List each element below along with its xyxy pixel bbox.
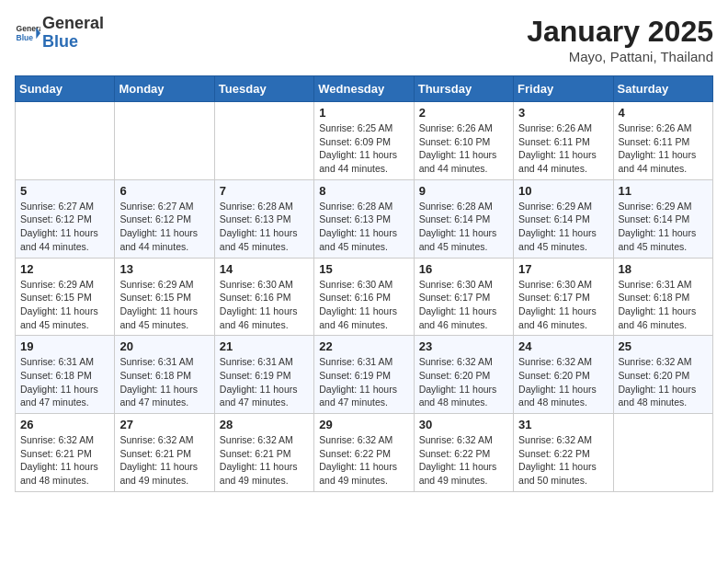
day-of-week-header: Saturday bbox=[613, 76, 712, 102]
logo: General Blue General Blue bbox=[15, 15, 104, 52]
day-of-week-header: Tuesday bbox=[214, 76, 313, 102]
calendar-cell: 16Sunrise: 6:30 AM Sunset: 6:17 PM Dayli… bbox=[414, 258, 513, 336]
day-number: 12 bbox=[20, 262, 109, 276]
calendar-cell: 19Sunrise: 6:31 AM Sunset: 6:18 PM Dayli… bbox=[16, 336, 115, 414]
calendar-cell: 6Sunrise: 6:27 AM Sunset: 6:12 PM Daylig… bbox=[115, 179, 214, 258]
day-of-week-header: Sunday bbox=[16, 76, 115, 102]
day-info: Sunrise: 6:31 AM Sunset: 6:19 PM Dayligh… bbox=[319, 355, 408, 409]
calendar-table: SundayMondayTuesdayWednesdayThursdayFrid… bbox=[15, 75, 713, 492]
calendar-cell: 11Sunrise: 6:29 AM Sunset: 6:14 PM Dayli… bbox=[613, 179, 712, 258]
calendar-cell: 7Sunrise: 6:28 AM Sunset: 6:13 PM Daylig… bbox=[214, 179, 313, 258]
day-info: Sunrise: 6:29 AM Sunset: 6:14 PM Dayligh… bbox=[619, 200, 708, 254]
calendar-cell: 20Sunrise: 6:31 AM Sunset: 6:18 PM Dayli… bbox=[115, 336, 214, 414]
day-info: Sunrise: 6:31 AM Sunset: 6:19 PM Dayligh… bbox=[220, 355, 309, 409]
logo-text: General Blue bbox=[42, 15, 104, 52]
calendar-cell: 17Sunrise: 6:30 AM Sunset: 6:17 PM Dayli… bbox=[514, 258, 613, 336]
title-block: January 2025 Mayo, Pattani, Thailand bbox=[527, 15, 713, 64]
calendar-cell: 8Sunrise: 6:28 AM Sunset: 6:13 PM Daylig… bbox=[314, 179, 414, 258]
day-info: Sunrise: 6:30 AM Sunset: 6:16 PM Dayligh… bbox=[220, 278, 309, 332]
page-header: General Blue General Blue January 2025 M… bbox=[15, 15, 713, 64]
location: Mayo, Pattani, Thailand bbox=[527, 49, 713, 64]
day-info: Sunrise: 6:32 AM Sunset: 6:20 PM Dayligh… bbox=[619, 355, 708, 409]
day-number: 3 bbox=[518, 106, 608, 120]
day-info: Sunrise: 6:30 AM Sunset: 6:17 PM Dayligh… bbox=[518, 278, 608, 332]
day-info: Sunrise: 6:31 AM Sunset: 6:18 PM Dayligh… bbox=[20, 355, 109, 409]
day-info: Sunrise: 6:32 AM Sunset: 6:21 PM Dayligh… bbox=[119, 433, 209, 488]
calendar-cell: 29Sunrise: 6:32 AM Sunset: 6:22 PM Dayli… bbox=[314, 414, 414, 492]
calendar-cell: 25Sunrise: 6:32 AM Sunset: 6:20 PM Dayli… bbox=[613, 336, 712, 414]
day-info: Sunrise: 6:26 AM Sunset: 6:11 PM Dayligh… bbox=[518, 121, 608, 176]
calendar-week-row: 12Sunrise: 6:29 AM Sunset: 6:15 PM Dayli… bbox=[16, 258, 713, 336]
day-number: 17 bbox=[518, 262, 608, 276]
day-info: Sunrise: 6:32 AM Sunset: 6:22 PM Dayligh… bbox=[518, 433, 608, 488]
calendar-cell: 4Sunrise: 6:26 AM Sunset: 6:11 PM Daylig… bbox=[613, 102, 712, 180]
calendar-week-row: 1Sunrise: 6:25 AM Sunset: 6:09 PM Daylig… bbox=[16, 102, 713, 180]
calendar-week-row: 19Sunrise: 6:31 AM Sunset: 6:18 PM Dayli… bbox=[16, 336, 713, 414]
calendar-cell bbox=[613, 414, 712, 492]
calendar-header-row: SundayMondayTuesdayWednesdayThursdayFrid… bbox=[16, 76, 713, 102]
day-number: 10 bbox=[518, 184, 608, 198]
calendar-cell: 12Sunrise: 6:29 AM Sunset: 6:15 PM Dayli… bbox=[16, 258, 115, 336]
day-info: Sunrise: 6:28 AM Sunset: 6:13 PM Dayligh… bbox=[319, 200, 408, 254]
calendar-cell: 22Sunrise: 6:31 AM Sunset: 6:19 PM Dayli… bbox=[314, 336, 414, 414]
day-number: 23 bbox=[419, 339, 508, 353]
day-number: 24 bbox=[518, 339, 608, 353]
day-info: Sunrise: 6:32 AM Sunset: 6:21 PM Dayligh… bbox=[20, 433, 109, 488]
logo-blue: Blue bbox=[42, 32, 78, 51]
day-info: Sunrise: 6:32 AM Sunset: 6:20 PM Dayligh… bbox=[419, 355, 508, 409]
logo-general: General bbox=[42, 14, 104, 32]
day-info: Sunrise: 6:28 AM Sunset: 6:13 PM Dayligh… bbox=[220, 200, 309, 254]
day-info: Sunrise: 6:31 AM Sunset: 6:18 PM Dayligh… bbox=[619, 278, 708, 332]
day-info: Sunrise: 6:32 AM Sunset: 6:20 PM Dayligh… bbox=[518, 355, 608, 409]
day-of-week-header: Thursday bbox=[414, 76, 513, 102]
calendar-cell: 30Sunrise: 6:32 AM Sunset: 6:22 PM Dayli… bbox=[414, 414, 513, 492]
calendar-cell: 14Sunrise: 6:30 AM Sunset: 6:16 PM Dayli… bbox=[214, 258, 313, 336]
calendar-cell: 15Sunrise: 6:30 AM Sunset: 6:16 PM Dayli… bbox=[314, 258, 414, 336]
day-number: 31 bbox=[518, 418, 608, 431]
day-info: Sunrise: 6:26 AM Sunset: 6:11 PM Dayligh… bbox=[619, 121, 708, 176]
day-number: 11 bbox=[619, 184, 708, 198]
day-of-week-header: Monday bbox=[115, 76, 214, 102]
day-info: Sunrise: 6:32 AM Sunset: 6:22 PM Dayligh… bbox=[419, 433, 508, 488]
calendar-cell: 24Sunrise: 6:32 AM Sunset: 6:20 PM Dayli… bbox=[514, 336, 613, 414]
day-info: Sunrise: 6:30 AM Sunset: 6:17 PM Dayligh… bbox=[419, 278, 508, 332]
day-number: 5 bbox=[20, 184, 109, 198]
calendar-cell: 18Sunrise: 6:31 AM Sunset: 6:18 PM Dayli… bbox=[613, 258, 712, 336]
calendar-cell: 10Sunrise: 6:29 AM Sunset: 6:14 PM Dayli… bbox=[514, 179, 613, 258]
calendar-cell bbox=[214, 102, 313, 180]
calendar-cell bbox=[16, 102, 115, 180]
day-number: 2 bbox=[419, 106, 508, 120]
day-info: Sunrise: 6:27 AM Sunset: 6:12 PM Dayligh… bbox=[20, 200, 109, 254]
day-info: Sunrise: 6:29 AM Sunset: 6:14 PM Dayligh… bbox=[518, 200, 608, 254]
day-number: 20 bbox=[119, 339, 209, 353]
day-number: 25 bbox=[619, 339, 708, 353]
day-number: 29 bbox=[319, 418, 408, 431]
day-number: 4 bbox=[619, 106, 708, 120]
calendar-cell: 23Sunrise: 6:32 AM Sunset: 6:20 PM Dayli… bbox=[414, 336, 513, 414]
day-number: 14 bbox=[220, 262, 309, 276]
day-info: Sunrise: 6:25 AM Sunset: 6:09 PM Dayligh… bbox=[319, 121, 408, 176]
day-info: Sunrise: 6:30 AM Sunset: 6:16 PM Dayligh… bbox=[319, 278, 408, 332]
day-info: Sunrise: 6:32 AM Sunset: 6:22 PM Dayligh… bbox=[319, 433, 408, 488]
calendar-cell: 27Sunrise: 6:32 AM Sunset: 6:21 PM Dayli… bbox=[115, 414, 214, 492]
calendar-cell: 1Sunrise: 6:25 AM Sunset: 6:09 PM Daylig… bbox=[314, 102, 414, 180]
day-info: Sunrise: 6:27 AM Sunset: 6:12 PM Dayligh… bbox=[119, 200, 209, 254]
calendar-cell: 2Sunrise: 6:26 AM Sunset: 6:10 PM Daylig… bbox=[414, 102, 513, 180]
calendar-cell: 3Sunrise: 6:26 AM Sunset: 6:11 PM Daylig… bbox=[514, 102, 613, 180]
calendar-week-row: 5Sunrise: 6:27 AM Sunset: 6:12 PM Daylig… bbox=[16, 179, 713, 258]
day-info: Sunrise: 6:28 AM Sunset: 6:14 PM Dayligh… bbox=[419, 200, 508, 254]
day-number: 6 bbox=[119, 184, 209, 198]
day-number: 7 bbox=[220, 184, 309, 198]
day-number: 27 bbox=[119, 418, 209, 431]
calendar-cell: 13Sunrise: 6:29 AM Sunset: 6:15 PM Dayli… bbox=[115, 258, 214, 336]
day-number: 9 bbox=[419, 184, 508, 198]
calendar-cell: 21Sunrise: 6:31 AM Sunset: 6:19 PM Dayli… bbox=[214, 336, 313, 414]
day-number: 19 bbox=[20, 339, 109, 353]
day-of-week-header: Wednesday bbox=[314, 76, 414, 102]
day-info: Sunrise: 6:31 AM Sunset: 6:18 PM Dayligh… bbox=[119, 355, 209, 409]
day-number: 8 bbox=[319, 184, 408, 198]
calendar-cell bbox=[115, 102, 214, 180]
calendar-week-row: 26Sunrise: 6:32 AM Sunset: 6:21 PM Dayli… bbox=[16, 414, 713, 492]
calendar-cell: 9Sunrise: 6:28 AM Sunset: 6:14 PM Daylig… bbox=[414, 179, 513, 258]
logo-icon: General Blue bbox=[15, 20, 40, 46]
